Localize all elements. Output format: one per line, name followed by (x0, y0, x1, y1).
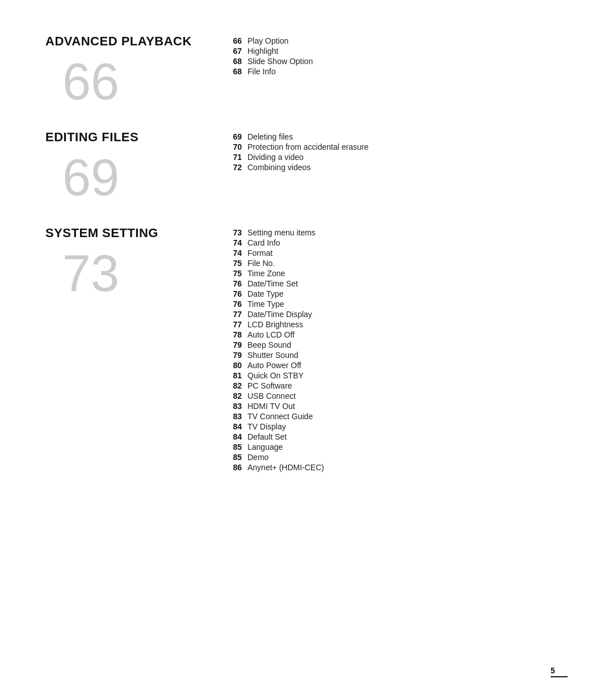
section-title-system-setting: SYSTEM SETTING (45, 226, 158, 241)
toc-label: Play Option (247, 36, 288, 45)
toc-entry: 77Date/Time Display (227, 310, 568, 319)
toc-entry: 78Auto LCD Off (227, 330, 568, 339)
toc-page-number: 66 (227, 36, 247, 45)
toc-entry: 82PC Software (227, 381, 568, 390)
toc-label: Date/Time Set (247, 279, 298, 288)
toc-page-number: 68 (227, 67, 247, 76)
toc-label: Card Info (247, 238, 280, 247)
toc-entry: 83TV Connect Guide (227, 412, 568, 421)
toc-label: Auto Power Off (247, 361, 301, 370)
toc-page-number: 79 (227, 351, 247, 360)
toc-page-number: 84 (227, 432, 247, 441)
toc-entry: 73Setting menu items (227, 228, 568, 237)
section-title-editing-files: EDITING FILES (45, 130, 138, 145)
toc-page-number: 84 (227, 422, 247, 431)
toc-label: Dividing a video (247, 153, 304, 162)
toc-page-number: 85 (227, 453, 247, 462)
toc-page-number: 82 (227, 381, 247, 390)
toc-page-number: 79 (227, 340, 247, 349)
toc-entry: 77LCD Brightness (227, 320, 568, 329)
toc-label: Shutter Sound (247, 351, 299, 360)
toc-entry: 85Demo (227, 453, 568, 462)
toc-label: LCD Brightness (247, 320, 303, 329)
toc-entry: 80Auto Power Off (227, 361, 568, 370)
toc-entry: 75Time Zone (227, 269, 568, 278)
toc-entry: 75File No. (227, 259, 568, 268)
toc-page-number: 69 (227, 132, 247, 141)
toc-entry: 72Combining videos (227, 163, 568, 172)
toc-label: Anynet+ (HDMI-CEC) (247, 463, 324, 472)
section-right-editing-files: 69Deleting files70Protection from accide… (227, 130, 568, 173)
toc-page-number: 73 (227, 228, 247, 237)
toc-entry: 66Play Option (227, 36, 568, 45)
toc-page-number: 75 (227, 259, 247, 268)
toc-label: Quick On STBY (247, 371, 304, 380)
toc-label: PC Software (247, 381, 292, 390)
toc-label: Protection from accidental erasure (247, 142, 368, 151)
toc-page-number: 70 (227, 142, 247, 151)
toc-label: Auto LCD Off (247, 330, 295, 339)
toc-label: Slide Show Option (247, 57, 313, 66)
toc-label: Demo (247, 453, 268, 462)
toc-label: HDMI TV Out (247, 402, 295, 411)
toc-entry: 79Beep Sound (227, 340, 568, 349)
toc-label: Format (247, 248, 272, 258)
toc-label: Date Type (247, 289, 284, 298)
toc-entry: 76Date Type (227, 289, 568, 298)
toc-label: Beep Sound (247, 340, 291, 349)
toc-label: USB Connect (247, 391, 296, 400)
section-right-advanced-playback: 66Play Option67Highlight68Slide Show Opt… (227, 34, 568, 77)
toc-page-number: 77 (227, 310, 247, 319)
toc-entry: 84Default Set (227, 432, 568, 441)
toc-page-number: 86 (227, 463, 247, 472)
toc-label: Setting menu items (247, 228, 316, 237)
toc-entry: 70Protection from accidental erasure (227, 142, 568, 151)
toc-label: TV Connect Guide (247, 412, 313, 421)
page-container: ADVANCED PLAYBACK6666Play Option67Highli… (0, 0, 613, 700)
toc-entry: 83HDMI TV Out (227, 402, 568, 411)
toc-page-number: 83 (227, 412, 247, 421)
page-number-line (551, 676, 568, 677)
toc-label: File Info (247, 67, 276, 76)
toc-label: Highlight (247, 47, 278, 56)
toc-page-number: 75 (227, 269, 247, 278)
toc-entry: 82USB Connect (227, 391, 568, 400)
section-left-editing-files: EDITING FILES69 (45, 130, 227, 203)
toc-entry: 69Deleting files (227, 132, 568, 141)
toc-page-number: 77 (227, 320, 247, 329)
section-system-setting: SYSTEM SETTING7373Setting menu items74Ca… (45, 226, 568, 473)
toc-entry: 85Language (227, 442, 568, 452)
toc-page-number: 81 (227, 371, 247, 380)
toc-label: Default Set (247, 432, 287, 441)
toc-page-number: 71 (227, 153, 247, 162)
toc-page-number: 76 (227, 300, 247, 309)
toc-page-number: 85 (227, 442, 247, 452)
toc-entry: 74Card Info (227, 238, 568, 247)
section-left-system-setting: SYSTEM SETTING73 (45, 226, 227, 299)
toc-page-number: 82 (227, 391, 247, 400)
toc-entry: 81Quick On STBY (227, 371, 568, 380)
toc-page-number: 72 (227, 163, 247, 172)
toc-page-number: 74 (227, 238, 247, 247)
toc-page-number: 76 (227, 289, 247, 298)
section-number-large-system-setting: 73 (62, 248, 119, 299)
toc-page-number: 78 (227, 330, 247, 339)
section-left-advanced-playback: ADVANCED PLAYBACK66 (45, 34, 227, 107)
toc-page-number: 80 (227, 361, 247, 370)
toc-page-number: 67 (227, 47, 247, 56)
toc-entry: 76Date/Time Set (227, 279, 568, 288)
toc-page-number: 83 (227, 402, 247, 411)
toc-label: Deleting files (247, 132, 293, 141)
section-number-large-editing-files: 69 (62, 152, 119, 203)
section-editing-files: EDITING FILES6969Deleting files70Protect… (45, 130, 568, 203)
section-number-large-advanced-playback: 66 (62, 56, 119, 107)
toc-label: Time Type (247, 300, 284, 309)
page-number: 5 (551, 666, 568, 677)
toc-entry: 71Dividing a video (227, 153, 568, 162)
toc-page-number: 74 (227, 248, 247, 258)
toc-label: File No. (247, 259, 275, 268)
toc-page-number: 76 (227, 279, 247, 288)
toc-page-number: 68 (227, 57, 247, 66)
toc-entry: 86Anynet+ (HDMI-CEC) (227, 463, 568, 472)
toc-entry: 79Shutter Sound (227, 351, 568, 360)
